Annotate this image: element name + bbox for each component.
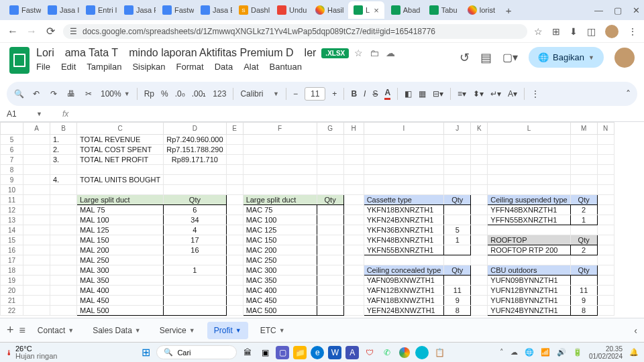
site-info-icon[interactable]: ☰ xyxy=(70,27,77,36)
cell[interactable]: MAL 300 xyxy=(77,265,164,276)
cell[interactable] xyxy=(23,135,50,145)
rotate-button[interactable]: A▾ xyxy=(508,89,517,99)
cell[interactable]: MAC 300 xyxy=(243,265,317,276)
cell[interactable]: 9 xyxy=(444,296,471,306)
cell[interactable] xyxy=(570,185,597,195)
cell[interactable]: MAC 125 xyxy=(243,225,317,235)
cell[interactable] xyxy=(317,265,343,276)
cell[interactable]: 2 xyxy=(570,245,597,255)
spreadsheet-grid[interactable]: ABCDEFGHIJKLMN51.TOTAL REVENUERp7.240.96… xyxy=(0,122,644,323)
maximize-icon[interactable]: ▢ xyxy=(614,5,622,15)
cell[interactable]: MAC 150 xyxy=(243,235,317,245)
cell[interactable] xyxy=(364,185,444,195)
cell[interactable] xyxy=(343,155,364,165)
cell[interactable]: YKFN55BXNRZTH1 xyxy=(364,245,444,255)
new-tab-button[interactable]: + xyxy=(500,1,517,19)
cell[interactable] xyxy=(23,225,50,235)
star-icon[interactable]: ☆ xyxy=(534,26,543,37)
cell[interactable] xyxy=(50,165,77,175)
cell[interactable] xyxy=(164,306,226,316)
cell[interactable] xyxy=(471,195,488,205)
more-toolbar-icon[interactable]: ⋮ xyxy=(531,89,539,99)
extensions-icon[interactable]: ⊞ xyxy=(552,26,560,37)
menu-format[interactable]: Format xyxy=(176,62,204,72)
menu-file[interactable]: File xyxy=(36,62,50,72)
zoom-select[interactable]: 100%▼ xyxy=(101,89,130,99)
cell[interactable]: ROOFTOP xyxy=(488,235,570,245)
taskbar-app[interactable]: W xyxy=(328,346,341,359)
cell[interactable] xyxy=(243,155,317,165)
cell[interactable] xyxy=(164,185,226,195)
cell[interactable] xyxy=(488,135,570,145)
cell[interactable]: MAC 75 xyxy=(243,205,317,215)
sheet-tab[interactable]: Contact▼ xyxy=(31,322,80,339)
cell[interactable] xyxy=(343,245,364,255)
cell[interactable] xyxy=(343,135,364,145)
cell[interactable] xyxy=(50,185,77,195)
cell[interactable]: 2 xyxy=(570,205,597,215)
cell[interactable] xyxy=(164,286,226,296)
cell[interactable] xyxy=(597,255,614,265)
cell[interactable] xyxy=(317,225,343,235)
cell[interactable] xyxy=(570,155,597,165)
tray-language[interactable]: 🌐 xyxy=(525,348,534,357)
cell[interactable] xyxy=(343,195,364,205)
meet-icon[interactable]: ▢▾ xyxy=(502,51,518,64)
name-box[interactable]: A1 xyxy=(7,109,36,119)
print-icon[interactable]: 🖶 xyxy=(66,89,76,99)
cell[interactable]: Qty xyxy=(444,195,471,205)
cell[interactable] xyxy=(597,135,614,145)
cell[interactable] xyxy=(23,245,50,255)
cell[interactable] xyxy=(317,306,343,316)
start-button[interactable]: ⊞ xyxy=(139,346,152,359)
cell[interactable]: YUFN18BYNNZTH1 xyxy=(488,296,570,306)
cell[interactable]: MAL 100 xyxy=(77,215,164,225)
cell[interactable] xyxy=(444,276,471,286)
merge-button[interactable]: ⊟▾ xyxy=(433,89,443,99)
cell[interactable] xyxy=(317,286,343,296)
cell[interactable] xyxy=(317,245,343,255)
weather-widget[interactable]: 🌡 26°CHujan ringan xyxy=(5,345,57,360)
cell[interactable] xyxy=(444,175,471,185)
cell[interactable]: 8 xyxy=(444,306,471,316)
cell[interactable] xyxy=(226,235,243,245)
cell[interactable] xyxy=(488,255,570,265)
browser-tab[interactable]: Undu xyxy=(272,1,309,19)
cell[interactable] xyxy=(23,155,50,165)
cell[interactable] xyxy=(164,175,226,185)
cell[interactable] xyxy=(243,145,317,155)
cell[interactable] xyxy=(23,175,50,185)
cell[interactable] xyxy=(317,276,343,286)
cell[interactable] xyxy=(444,255,471,265)
cell[interactable] xyxy=(444,185,471,195)
fill-color-button[interactable]: ◧ xyxy=(405,89,412,99)
share-button[interactable]: 🌐 Bagikan ▼ xyxy=(529,47,604,68)
cell[interactable] xyxy=(77,165,164,175)
cell[interactable]: YUFN24BYNNZTH1 xyxy=(488,306,570,316)
menu-insert[interactable]: Sisipkan xyxy=(132,62,165,72)
cell[interactable] xyxy=(488,225,570,235)
cell[interactable]: Large split duct xyxy=(77,195,164,205)
cell[interactable] xyxy=(50,235,77,245)
sidepanel-icon[interactable]: ◫ xyxy=(587,26,596,37)
cell[interactable] xyxy=(471,286,488,296)
cell[interactable] xyxy=(226,255,243,265)
cloud-icon[interactable]: ☁ xyxy=(386,48,395,58)
cell[interactable]: 6 xyxy=(164,205,226,215)
cell[interactable] xyxy=(471,145,488,155)
percent-button[interactable]: % xyxy=(161,89,168,99)
font-size-minus[interactable]: − xyxy=(293,89,298,99)
cell[interactable]: MAC 250 xyxy=(243,255,317,265)
cell[interactable] xyxy=(243,175,317,185)
cell[interactable]: YAFN18BXNWZTH1 xyxy=(364,296,444,306)
sheet-tab[interactable]: Sales Data▼ xyxy=(86,322,148,339)
menu-edit[interactable]: Edit xyxy=(61,62,76,72)
cell[interactable] xyxy=(597,286,614,296)
currency-button[interactable]: Rp xyxy=(144,89,154,99)
cell[interactable] xyxy=(444,205,471,215)
cell[interactable] xyxy=(488,185,570,195)
cell[interactable] xyxy=(597,145,614,155)
browser-tab[interactable]: Fastw xyxy=(157,1,194,19)
cell[interactable] xyxy=(226,306,243,316)
profile-avatar[interactable] xyxy=(605,25,619,38)
